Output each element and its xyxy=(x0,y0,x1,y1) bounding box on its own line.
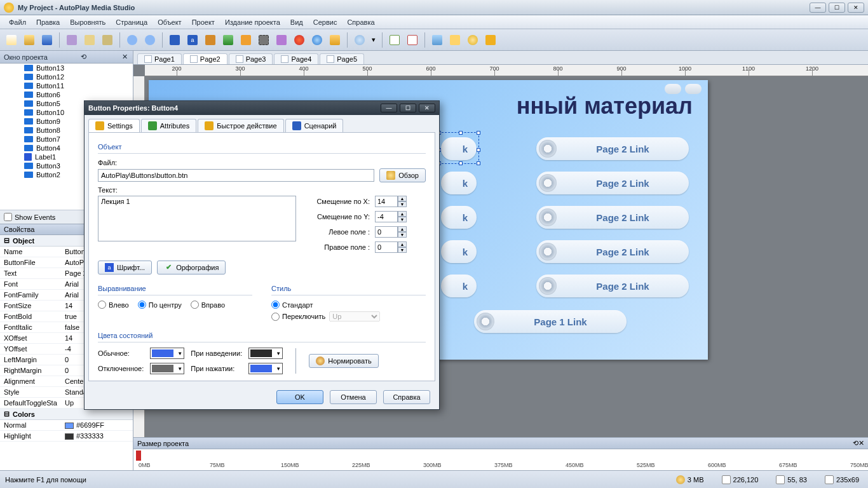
menu-выровнять[interactable]: Выровнять xyxy=(65,17,111,28)
window-minimize-button[interactable]: — xyxy=(810,3,826,13)
hover-color-selector[interactable]: ▼ xyxy=(248,348,283,359)
menu-объект[interactable]: Объект xyxy=(153,17,186,28)
window-maximize-button[interactable]: ☐ xyxy=(829,3,845,13)
zoom-button[interactable] xyxy=(352,32,367,48)
dialog-tab-2[interactable]: Быстрое действие xyxy=(198,119,283,132)
spellcheck-button[interactable]: ✔Орфография xyxy=(157,261,226,274)
font-button[interactable]: aШрифт... xyxy=(98,261,152,274)
page-link-button-partial[interactable]: k xyxy=(441,240,477,263)
copy-button[interactable] xyxy=(82,32,97,48)
canvas-close-icon[interactable] xyxy=(685,84,702,94)
align-radio-2[interactable]: Вправо xyxy=(191,301,225,309)
zoom-dropdown[interactable]: ▾ xyxy=(370,32,377,48)
cut-button[interactable] xyxy=(64,32,79,48)
style-radio-1[interactable]: Переключить xyxy=(271,313,325,321)
selection-rect[interactable] xyxy=(438,132,479,164)
offset-x-spinner[interactable]: ▲▼ xyxy=(375,196,407,207)
page-link-button[interactable]: Page 2 Link xyxy=(536,137,689,160)
tool-web-button[interactable] xyxy=(309,32,325,48)
page-link-button[interactable]: Page 2 Link xyxy=(536,206,689,229)
page-link-button[interactable]: Page 2 Link xyxy=(536,240,689,263)
project-size-close-icon[interactable]: ✕ xyxy=(858,439,864,447)
save-button[interactable] xyxy=(39,32,55,48)
project-panel-close-icon[interactable]: ✕ xyxy=(120,53,129,62)
page-link-button-partial[interactable]: k xyxy=(441,274,477,297)
tool-slideshow-button[interactable] xyxy=(292,32,307,48)
settings-button[interactable] xyxy=(447,32,463,48)
tree-item[interactable]: Button11 xyxy=(0,81,133,90)
dialog-tab-1[interactable]: Attributes xyxy=(141,119,196,132)
publish-button[interactable] xyxy=(483,32,498,48)
page-tab-page3[interactable]: Page3 xyxy=(229,53,273,64)
new-button[interactable] xyxy=(4,32,19,48)
offset-y-spinner[interactable]: ▲▼ xyxy=(375,211,407,222)
normalize-button[interactable]: Нормировать xyxy=(309,354,379,368)
page-link-button[interactable]: Page 2 Link xyxy=(536,274,689,297)
menu-правка[interactable]: Правка xyxy=(31,17,65,28)
tool-hotspot-button[interactable] xyxy=(274,32,289,48)
dialog-tab-0[interactable]: Settings xyxy=(88,119,140,132)
prop-group[interactable]: ⊟Colors xyxy=(0,409,133,420)
canvas-minimize-icon[interactable] xyxy=(665,84,681,94)
align-radio-0[interactable]: Влево xyxy=(98,301,129,309)
right-margin-spinner[interactable]: ▲▼ xyxy=(375,241,407,253)
show-events-checkbox[interactable] xyxy=(4,213,12,221)
tree-item[interactable]: Button13 xyxy=(0,64,133,72)
prop-value[interactable]: #333333 xyxy=(61,431,133,441)
pressed-color-selector[interactable]: ▼ xyxy=(248,363,283,374)
tool-label-button[interactable]: a xyxy=(185,32,200,48)
tool-shape-button[interactable] xyxy=(167,32,182,48)
prop-row[interactable]: Highlight#333333 xyxy=(0,431,133,442)
menu-проект[interactable]: Проект xyxy=(187,17,220,28)
tool-flash-button[interactable] xyxy=(238,32,254,48)
ok-button[interactable]: OK xyxy=(276,390,323,404)
align-radio-1[interactable]: По центру xyxy=(138,301,182,309)
page-link-button-partial[interactable]: k xyxy=(441,172,477,194)
dialog-tab-3[interactable]: Сценарий xyxy=(285,119,344,132)
dialog-minimize-button[interactable]: — xyxy=(381,104,397,112)
tool-paragraph-button[interactable] xyxy=(203,32,218,48)
text-textarea[interactable]: Лекция 1 xyxy=(98,196,296,241)
browse-button[interactable]: Обзор xyxy=(379,168,426,182)
prop-value[interactable]: #6699FF xyxy=(61,420,133,430)
project-size-expand-icon[interactable]: ⟲ xyxy=(853,439,858,447)
paste-button[interactable] xyxy=(100,32,115,48)
build-button[interactable] xyxy=(465,32,480,48)
menu-справка[interactable]: Справка xyxy=(342,17,379,28)
redo-button[interactable] xyxy=(142,32,158,48)
menu-страница[interactable]: Страница xyxy=(111,17,153,28)
menu-вид[interactable]: Вид xyxy=(285,17,308,28)
page-tab-page5[interactable]: Page5 xyxy=(320,53,364,64)
page-add-button[interactable] xyxy=(387,32,402,48)
dialog-maximize-button[interactable]: ☐ xyxy=(400,104,416,112)
page-tab-page1[interactable]: Page1 xyxy=(137,53,182,64)
preview-button[interactable] xyxy=(430,32,445,48)
page-remove-button[interactable] xyxy=(405,32,420,48)
page-tab-page4[interactable]: Page4 xyxy=(274,53,318,64)
menu-издание проекта[interactable]: Издание проекта xyxy=(220,17,285,28)
page-link-button[interactable]: Page 2 Link xyxy=(536,172,689,194)
help-button[interactable]: Справка xyxy=(383,390,430,404)
page-link-button[interactable]: Page 1 Link xyxy=(474,310,627,333)
window-close-button[interactable]: ✕ xyxy=(848,3,864,13)
cancel-button[interactable]: Отмена xyxy=(330,390,377,404)
tree-item[interactable]: Button6 xyxy=(0,90,133,99)
file-input[interactable] xyxy=(98,169,374,182)
menu-сервис[interactable]: Сервис xyxy=(308,17,342,28)
dialog-titlebar[interactable]: Button Properties: Button4 — ☐ ✕ xyxy=(85,101,439,115)
disabled-color-selector[interactable]: ▼ xyxy=(150,363,184,374)
tree-item[interactable]: Button12 xyxy=(0,72,133,81)
page-link-button-partial[interactable]: k xyxy=(441,206,477,229)
undo-button[interactable] xyxy=(125,32,140,48)
prop-row[interactable]: Normal#6699FF xyxy=(0,420,133,431)
toggle-state-select[interactable]: Up xyxy=(329,311,380,322)
menu-файл[interactable]: Файл xyxy=(4,17,31,28)
left-margin-spinner[interactable]: ▲▼ xyxy=(375,226,407,238)
tool-video-button[interactable] xyxy=(256,32,271,48)
tool-pdf-button[interactable] xyxy=(327,32,342,48)
normal-color-selector[interactable]: ▼ xyxy=(150,348,184,359)
page-tab-page2[interactable]: Page2 xyxy=(183,53,227,64)
dialog-close-button[interactable]: ✕ xyxy=(419,104,435,112)
style-radio-0[interactable]: Стандарт xyxy=(271,301,313,309)
open-button[interactable] xyxy=(22,32,37,48)
